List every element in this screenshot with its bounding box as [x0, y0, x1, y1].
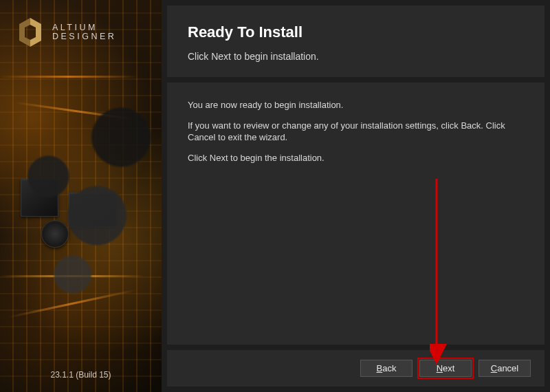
brand-line2: DESIGNER: [52, 32, 116, 41]
version-label: 23.1.1 (Build 15): [0, 370, 162, 380]
back-button[interactable]: Back: [360, 360, 412, 377]
installer-window: ALTIUM DESIGNER 23.1.1 (Build 15) Ready …: [0, 0, 550, 392]
pcb-background: [0, 0, 162, 392]
page-subtitle: Click Next to begin installation.: [188, 51, 524, 62]
cancel-button[interactable]: Cancel: [478, 360, 531, 377]
body-text-3: Click Next to begin the installation.: [188, 152, 524, 164]
footer-buttons: Back Next Cancel: [167, 350, 544, 386]
header-card: Ready To Install Click Next to begin ins…: [167, 6, 544, 77]
sidebar-hero: ALTIUM DESIGNER 23.1.1 (Build 15): [0, 0, 162, 392]
altium-logo-icon: [16, 17, 44, 48]
body-card: You are now ready to begin installation.…: [167, 83, 544, 345]
brand-text: ALTIUM DESIGNER: [52, 23, 116, 41]
next-button[interactable]: Next: [419, 360, 472, 377]
brand-logo: ALTIUM DESIGNER: [16, 17, 116, 48]
body-text-2: If you want to review or change any of y…: [188, 120, 524, 144]
body-text-1: You are now ready to begin installation.: [188, 99, 524, 111]
page-title: Ready To Install: [188, 23, 524, 41]
content-area: Ready To Install Click Next to begin ins…: [162, 0, 550, 392]
